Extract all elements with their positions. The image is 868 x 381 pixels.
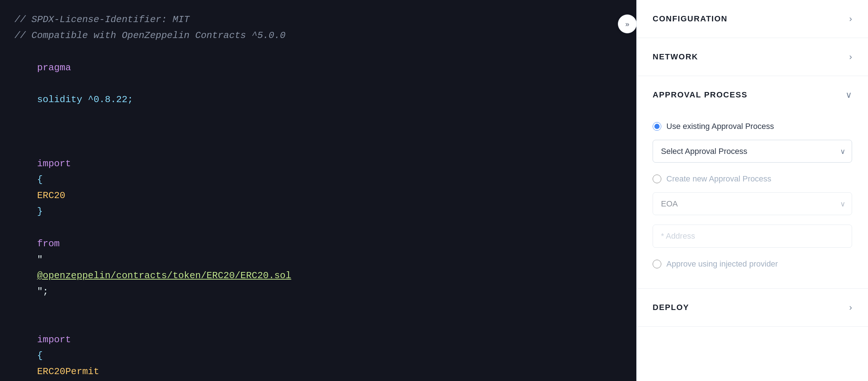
configuration-chevron: › bbox=[849, 14, 852, 24]
approval-process-select[interactable]: Select Approval Process Approval Process… bbox=[653, 140, 852, 163]
configuration-section: CONFIGURATION › bbox=[637, 0, 868, 38]
code-line-5: import { ERC20 } from " @openzeppelin/co… bbox=[14, 140, 622, 316]
injected-provider-option[interactable]: Approve using injected provider bbox=[653, 254, 852, 274]
deploy-section: DEPLOY › bbox=[637, 289, 868, 327]
code-line-1: // SPDX-License-Identifier: MIT bbox=[14, 12, 622, 28]
approval-process-select-wrapper: Select Approval Process Approval Process… bbox=[653, 140, 852, 163]
code-line-2: // Compatible with OpenZeppelin Contract… bbox=[14, 28, 622, 43]
approval-process-title: APPROVAL PROCESS bbox=[653, 90, 747, 100]
configuration-header[interactable]: CONFIGURATION › bbox=[637, 0, 868, 38]
address-input[interactable] bbox=[653, 225, 852, 248]
approval-process-section: APPROVAL PROCESS ∨ Use existing Approval… bbox=[637, 76, 868, 289]
code-line-6: import { ERC20Permit } from " @openzeppe… bbox=[14, 316, 622, 381]
code-line-3: pragma solidity ^0.8.22; bbox=[14, 43, 622, 123]
approval-process-header[interactable]: APPROVAL PROCESS ∨ bbox=[637, 76, 868, 114]
create-new-label: Create new Approval Process bbox=[666, 174, 771, 184]
approval-process-content: Use existing Approval Process Select App… bbox=[637, 114, 868, 288]
network-header[interactable]: NETWORK › bbox=[637, 38, 868, 76]
eoa-section: EOA Multisig Hardware Wallet ∨ bbox=[653, 192, 852, 248]
configuration-title: CONFIGURATION bbox=[653, 14, 728, 24]
injected-provider-label: Approve using injected provider bbox=[666, 259, 778, 269]
deploy-title: DEPLOY bbox=[653, 303, 689, 312]
approval-process-chevron: ∨ bbox=[846, 90, 852, 100]
injected-provider-radio[interactable] bbox=[653, 260, 661, 268]
use-existing-radio[interactable] bbox=[653, 122, 661, 131]
use-existing-option[interactable]: Use existing Approval Process bbox=[653, 117, 852, 136]
use-existing-label: Use existing Approval Process bbox=[666, 122, 774, 131]
eoa-select[interactable]: EOA Multisig Hardware Wallet bbox=[653, 192, 852, 215]
code-editor: // SPDX-License-Identifier: MIT // Compa… bbox=[0, 0, 636, 381]
deploy-header[interactable]: DEPLOY › bbox=[637, 289, 868, 326]
network-section: NETWORK › bbox=[637, 38, 868, 76]
code-line-4 bbox=[14, 123, 622, 139]
create-new-option[interactable]: Create new Approval Process bbox=[653, 169, 852, 189]
eoa-select-wrapper: EOA Multisig Hardware Wallet ∨ bbox=[653, 192, 852, 215]
deploy-chevron: › bbox=[849, 302, 852, 313]
create-new-radio[interactable] bbox=[653, 175, 661, 183]
collapse-button[interactable]: » bbox=[618, 14, 636, 33]
network-chevron: › bbox=[849, 52, 852, 62]
network-title: NETWORK bbox=[653, 52, 698, 62]
config-panel: CONFIGURATION › NETWORK › APPROVAL PROCE… bbox=[636, 0, 868, 381]
